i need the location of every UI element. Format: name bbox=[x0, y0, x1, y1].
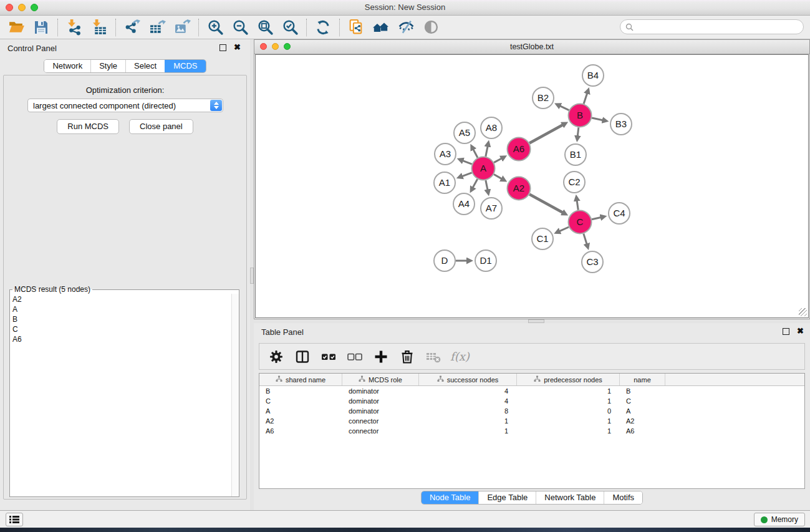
tab-network-table[interactable]: Network Table bbox=[536, 491, 604, 504]
table-row[interactable]: Adominator80A bbox=[259, 406, 804, 416]
table-cell[interactable]: dominator bbox=[342, 397, 419, 405]
close-table-panel-icon[interactable]: ✖ bbox=[797, 326, 804, 336]
mcds-result-item[interactable]: A2 bbox=[12, 294, 239, 304]
show-columns-icon[interactable] bbox=[293, 347, 312, 366]
table-cell[interactable]: connector bbox=[342, 427, 419, 435]
column-header-shared-name[interactable]: shared name bbox=[259, 374, 342, 385]
table-cell[interactable]: B bbox=[620, 387, 665, 395]
zoom-out-icon[interactable] bbox=[229, 17, 251, 37]
table-cell[interactable]: A2 bbox=[259, 417, 342, 425]
mcds-result-item[interactable]: C bbox=[12, 324, 239, 334]
edge-A-A6[interactable] bbox=[494, 158, 501, 163]
edge-A-A7[interactable] bbox=[486, 180, 488, 190]
table-cell[interactable]: C bbox=[620, 397, 665, 405]
zoom-in-icon[interactable] bbox=[204, 17, 226, 37]
export-image-icon[interactable] bbox=[171, 17, 193, 37]
edge-A-A1[interactable] bbox=[462, 173, 472, 177]
edge-B-B1[interactable] bbox=[577, 127, 579, 136]
network-graph[interactable]: B4B2BB3B1A5A8A6A3AA1A2C2A4A7C4CC1C3DD1 bbox=[256, 55, 809, 318]
node-A6[interactable]: A6 bbox=[508, 138, 531, 161]
task-history-button[interactable] bbox=[6, 513, 23, 526]
table-cell[interactable]: 1 bbox=[517, 387, 620, 395]
table-cell[interactable]: C bbox=[259, 397, 342, 405]
mcds-result-item[interactable]: B bbox=[12, 314, 239, 324]
edge-C-C1[interactable] bbox=[559, 227, 569, 231]
show-graphics-details-icon[interactable] bbox=[420, 17, 442, 37]
edge-C-C4[interactable] bbox=[592, 218, 601, 220]
result-scrollbar[interactable] bbox=[231, 294, 239, 496]
function-builder-icon[interactable]: f(x) bbox=[450, 350, 470, 363]
node-D1[interactable]: D1 bbox=[475, 250, 496, 271]
table-cell[interactable]: connector bbox=[342, 417, 419, 425]
edge-A-A8[interactable] bbox=[486, 146, 488, 156]
node-C[interactable]: C bbox=[569, 211, 592, 234]
deselect-all-checkboxes-icon[interactable] bbox=[345, 347, 364, 366]
table-cell[interactable]: A bbox=[259, 407, 342, 415]
table-cell[interactable]: 1 bbox=[517, 427, 620, 435]
duplicate-network-icon[interactable] bbox=[345, 17, 367, 37]
refresh-icon[interactable] bbox=[312, 17, 334, 37]
export-table-icon[interactable] bbox=[146, 17, 168, 37]
delete-table-icon[interactable] bbox=[424, 347, 443, 366]
network-canvas[interactable]: B4B2BB3B1A5A8A6A3AA1A2C2A4A7C4CC1C3DD1 bbox=[255, 54, 809, 318]
table-cell[interactable]: 1 bbox=[517, 397, 620, 405]
node-A8[interactable]: A8 bbox=[481, 117, 502, 138]
table-cell[interactable]: 1 bbox=[517, 417, 620, 425]
tab-edge-table[interactable]: Edge Table bbox=[478, 491, 536, 504]
network-window-titlebar[interactable]: testGlobe.txt bbox=[254, 40, 809, 54]
node-D[interactable]: D bbox=[434, 250, 455, 271]
edge-A-A2[interactable] bbox=[494, 175, 502, 179]
column-header-name[interactable]: name bbox=[620, 374, 665, 385]
node-A3[interactable]: A3 bbox=[435, 143, 456, 165]
node-A1[interactable]: A1 bbox=[434, 172, 455, 193]
edge-C-C2[interactable] bbox=[577, 201, 578, 210]
table-cell[interactable]: A6 bbox=[620, 427, 665, 435]
tab-style[interactable]: Style bbox=[90, 60, 125, 72]
table-settings-gear-icon[interactable] bbox=[267, 347, 286, 366]
save-session-icon[interactable] bbox=[30, 17, 52, 37]
tab-motifs[interactable]: Motifs bbox=[604, 491, 642, 504]
delete-columns-icon[interactable] bbox=[398, 347, 417, 366]
column-header-successor-nodes[interactable]: successor nodes bbox=[419, 374, 517, 385]
hide-graphics-details-icon[interactable] bbox=[395, 17, 417, 37]
tab-select[interactable]: Select bbox=[125, 60, 165, 72]
table-cell[interactable]: dominator bbox=[342, 387, 419, 395]
node-A2[interactable]: A2 bbox=[508, 177, 531, 200]
edge-A2-C[interactable] bbox=[529, 194, 562, 212]
edge-B-B4[interactable] bbox=[584, 94, 587, 104]
optimization-criterion-select[interactable]: largest connected component (directed) bbox=[27, 99, 223, 112]
table-cell[interactable]: A bbox=[620, 407, 665, 415]
node-B2[interactable]: B2 bbox=[533, 87, 554, 109]
node-B4[interactable]: B4 bbox=[582, 65, 604, 86]
table-row[interactable]: A2connector11A2 bbox=[259, 416, 804, 426]
table-cell[interactable]: 4 bbox=[419, 397, 517, 405]
node-C2[interactable]: C2 bbox=[564, 172, 585, 193]
node-B[interactable]: B bbox=[569, 104, 592, 127]
edge-B-B2[interactable] bbox=[560, 106, 569, 110]
run-mcds-button[interactable]: Run MCDS bbox=[57, 119, 119, 134]
table-row[interactable]: Bdominator41B bbox=[259, 386, 804, 396]
tab-network[interactable]: Network bbox=[44, 60, 90, 72]
import-network-icon[interactable] bbox=[63, 17, 85, 37]
float-table-panel-icon[interactable] bbox=[783, 328, 789, 335]
search-field[interactable] bbox=[620, 19, 804, 34]
node-B1[interactable]: B1 bbox=[565, 144, 586, 165]
edge-A6-B[interactable] bbox=[529, 125, 562, 143]
open-session-icon[interactable] bbox=[5, 17, 27, 37]
close-panel-icon[interactable]: ✖ bbox=[234, 42, 241, 52]
node-A[interactable]: A bbox=[472, 157, 495, 180]
search-input[interactable] bbox=[634, 21, 803, 32]
column-header-MCDS-role[interactable]: MCDS role bbox=[342, 374, 419, 385]
select-all-checkboxes-icon[interactable] bbox=[319, 347, 338, 366]
edge-A-A4[interactable] bbox=[473, 179, 477, 188]
float-panel-icon[interactable] bbox=[219, 44, 226, 51]
export-network-icon[interactable] bbox=[121, 17, 143, 37]
node-C1[interactable]: C1 bbox=[532, 228, 553, 249]
node-C4[interactable]: C4 bbox=[609, 203, 630, 224]
memory-button[interactable]: Memory bbox=[754, 513, 805, 526]
import-table-icon[interactable] bbox=[88, 17, 110, 37]
mcds-result-item[interactable]: A bbox=[12, 304, 239, 314]
node-A4[interactable]: A4 bbox=[453, 193, 475, 215]
table-cell[interactable]: dominator bbox=[342, 407, 419, 415]
table-cell[interactable]: B bbox=[259, 387, 342, 395]
